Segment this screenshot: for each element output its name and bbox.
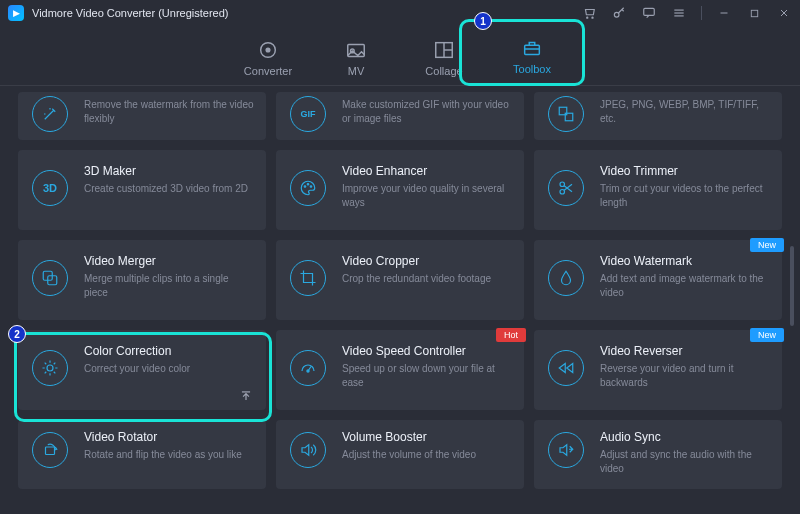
- card-desc: Speed up or slow down your file at ease: [342, 362, 512, 389]
- svg-point-24: [560, 182, 565, 187]
- image-swap-icon: [548, 96, 584, 132]
- toolbox-icon: [521, 37, 543, 59]
- scrollbar[interactable]: [790, 246, 794, 326]
- card-desc: Reverse your video and turn it backwards: [600, 362, 770, 389]
- card-video-merger[interactable]: Video Merger Merge multiple clips into a…: [18, 240, 266, 320]
- card-video-trimmer[interactable]: Video Trimmer Trim or cut your videos to…: [534, 150, 782, 230]
- card-video-speed-controller[interactable]: Hot Video Speed Controller Speed up or s…: [276, 330, 524, 410]
- tool-grid: Remove the watermark from the video flex…: [18, 92, 782, 489]
- card-color-correction[interactable]: Color Correction Correct your video colo…: [18, 330, 266, 410]
- card-title: Video Enhancer: [342, 164, 512, 178]
- converter-icon: [257, 39, 279, 61]
- nav-mv[interactable]: MV: [312, 39, 400, 85]
- card-video-rotator[interactable]: Video Rotator Rotate and flip the video …: [18, 420, 266, 489]
- palette-icon: [290, 170, 326, 206]
- card-title: Color Correction: [84, 344, 254, 358]
- card-title: Video Merger: [84, 254, 254, 268]
- card-desc: Make customized GIF with your video or i…: [342, 98, 512, 125]
- nav-label: Collage: [425, 65, 462, 77]
- wand-icon: [32, 96, 68, 132]
- card-watermark-remover[interactable]: Remove the watermark from the video flex…: [18, 92, 266, 140]
- sun-icon: [32, 350, 68, 386]
- divider: [701, 6, 702, 20]
- nav-label: Converter: [244, 65, 292, 77]
- 3d-icon: 3D: [32, 170, 68, 206]
- mv-icon: [345, 39, 367, 61]
- svg-marker-31: [559, 364, 565, 373]
- volume-icon: [290, 432, 326, 468]
- rotate-icon: [32, 432, 68, 468]
- key-icon[interactable]: [611, 5, 627, 21]
- card-desc: Remove the watermark from the video flex…: [84, 98, 254, 125]
- card-desc: Create customized 3D video from 2D: [84, 182, 254, 196]
- collage-icon: [433, 39, 455, 61]
- svg-rect-18: [525, 45, 540, 54]
- maximize-button[interactable]: [746, 5, 762, 21]
- card-title: Video Trimmer: [600, 164, 770, 178]
- window-controls: [581, 5, 792, 21]
- card-title: Audio Sync: [600, 430, 770, 444]
- app-logo: ▶: [8, 5, 24, 21]
- card-video-cropper[interactable]: Video Cropper Crop the redundant video f…: [276, 240, 524, 320]
- nav-label: Toolbox: [513, 63, 551, 75]
- card-desc: Add text and image watermark to the vide…: [600, 272, 770, 299]
- svg-point-22: [307, 184, 309, 186]
- card-audio-sync[interactable]: Audio Sync Adjust and sync the audio wit…: [534, 420, 782, 489]
- card-title: Video Watermark: [600, 254, 770, 268]
- svg-rect-33: [46, 447, 55, 455]
- scissors-icon: [548, 170, 584, 206]
- nav-converter[interactable]: Converter: [224, 39, 312, 85]
- svg-rect-3: [644, 8, 655, 15]
- card-title: 3D Maker: [84, 164, 254, 178]
- nav-collage[interactable]: Collage: [400, 39, 488, 85]
- card-video-enhancer[interactable]: Video Enhancer Improve your video qualit…: [276, 150, 524, 230]
- card-image-converter[interactable]: JPEG, PNG, WEBP, BMP, TIF/TIFF, etc.: [534, 92, 782, 140]
- card-desc: Adjust and sync the audio with the video: [600, 448, 770, 475]
- badge-hot: Hot: [496, 328, 526, 342]
- menu-icon[interactable]: [671, 5, 687, 21]
- nav-toolbox[interactable]: Toolbox: [488, 37, 576, 85]
- card-desc: Merge multiple clips into a single piece: [84, 272, 254, 299]
- sync-icon: [548, 432, 584, 468]
- card-video-reverser[interactable]: New Video Reverser Reverse your video an…: [534, 330, 782, 410]
- card-title: Video Rotator: [84, 430, 254, 444]
- card-title: Volume Booster: [342, 430, 512, 444]
- svg-point-12: [266, 48, 270, 52]
- rewind-icon: [548, 350, 584, 386]
- badge-new: New: [750, 328, 784, 342]
- scroll-to-top-icon[interactable]: [238, 388, 254, 404]
- cart-icon[interactable]: [581, 5, 597, 21]
- card-desc: Rotate and flip the video as you like: [84, 448, 254, 462]
- svg-rect-8: [751, 10, 757, 16]
- card-desc: Crop the redundant video footage: [342, 272, 512, 286]
- svg-point-25: [560, 190, 565, 195]
- drop-icon: [548, 260, 584, 296]
- card-desc: Improve your video quality in several wa…: [342, 182, 512, 209]
- svg-point-0: [587, 17, 588, 18]
- toolbox-content: Remove the watermark from the video flex…: [0, 86, 800, 510]
- card-desc: Adjust the volume of the video: [342, 448, 512, 462]
- top-nav: Converter MV Collage Toolbox: [0, 26, 800, 86]
- svg-point-2: [614, 12, 619, 17]
- feedback-icon[interactable]: [641, 5, 657, 21]
- svg-point-30: [307, 370, 309, 372]
- svg-point-1: [592, 17, 593, 18]
- window-title: Vidmore Video Converter (Unregistered): [32, 7, 228, 19]
- card-3d-maker[interactable]: 3D 3D Maker Create customized 3D video f…: [18, 150, 266, 230]
- card-gif-maker[interactable]: GIF Make customized GIF with your video …: [276, 92, 524, 140]
- svg-point-21: [304, 186, 306, 188]
- card-volume-booster[interactable]: Volume Booster Adjust the volume of the …: [276, 420, 524, 489]
- svg-point-28: [47, 365, 53, 371]
- close-button[interactable]: [776, 5, 792, 21]
- svg-marker-32: [567, 364, 573, 373]
- card-title: Video Reverser: [600, 344, 770, 358]
- badge-new: New: [750, 238, 784, 252]
- gif-icon: GIF: [290, 96, 326, 132]
- card-desc: JPEG, PNG, WEBP, BMP, TIF/TIFF, etc.: [600, 98, 770, 125]
- card-title: Video Speed Controller: [342, 344, 512, 358]
- card-title: Video Cropper: [342, 254, 512, 268]
- svg-point-23: [310, 186, 312, 188]
- card-video-watermark[interactable]: New Video Watermark Add text and image w…: [534, 240, 782, 320]
- minimize-button[interactable]: [716, 5, 732, 21]
- gauge-icon: [290, 350, 326, 386]
